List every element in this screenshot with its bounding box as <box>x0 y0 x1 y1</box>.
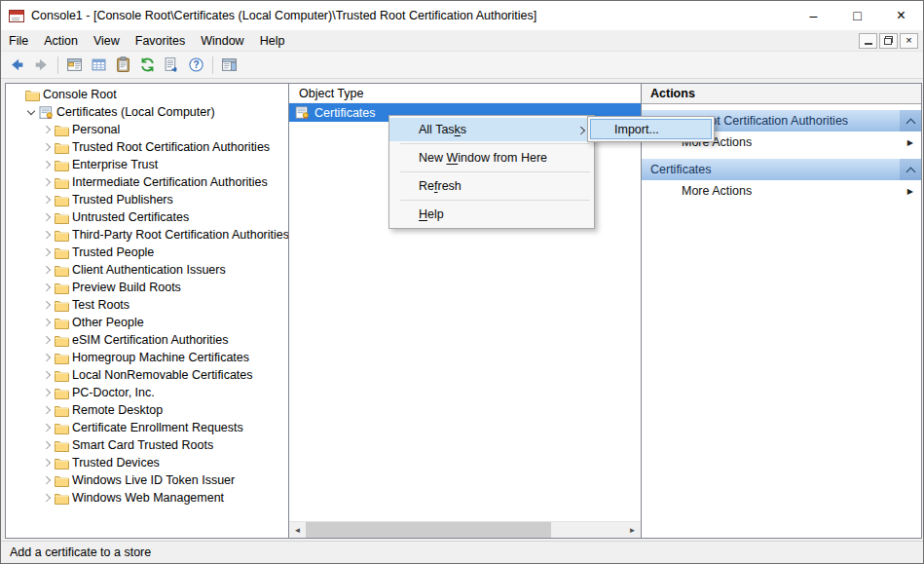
chevron-collapsed-icon[interactable] <box>41 334 54 347</box>
chevron-collapsed-icon[interactable] <box>41 124 54 136</box>
tree-item-third-party-root-certification-authorities[interactable]: Third-Party Root Certification Authoriti… <box>6 226 288 244</box>
menu-favorites[interactable]: Favorites <box>128 30 193 51</box>
list-view-icon <box>91 56 107 73</box>
mdi-minimize-button[interactable] <box>859 33 877 49</box>
chevron-collapsed-icon[interactable] <box>41 246 54 259</box>
chevron-collapsed-icon[interactable] <box>41 299 54 312</box>
tree-item-intermediate-certification-authorities[interactable]: Intermediate Certification Authorities <box>6 173 288 191</box>
status-text: Add a certificate to a store <box>10 545 151 559</box>
collapse-section-button[interactable] <box>900 110 921 132</box>
back-button[interactable] <box>5 54 29 77</box>
tree-item-trusted-publishers[interactable]: Trusted Publishers <box>6 191 288 208</box>
tree-item-label: Test Roots <box>72 298 129 312</box>
chevron-collapsed-icon[interactable] <box>41 194 54 207</box>
tree-item-trusted-devices[interactable]: Trusted Devices <box>6 454 288 471</box>
folder-icon <box>55 317 69 329</box>
folder-icon <box>55 387 69 399</box>
scrollbar-thumb[interactable] <box>306 522 551 538</box>
tree-item-personal[interactable]: Personal <box>6 121 288 138</box>
forward-icon <box>33 56 50 73</box>
menu-view[interactable]: View <box>86 30 128 51</box>
more-actions-arrow-icon: ▶ <box>907 187 913 196</box>
folder-icon <box>55 352 69 364</box>
tree-item-windows-live-id-token-issuer[interactable]: Windows Live ID Token Issuer <box>6 471 288 489</box>
context-menu-item-refresh[interactable]: Refresh <box>389 174 594 198</box>
maximize-button[interactable]: □ <box>835 1 879 30</box>
mdi-window-controls: × <box>859 30 923 51</box>
more-actions-item[interactable]: More Actions▶ <box>642 180 921 202</box>
tree-item-enterprise-trust[interactable]: Enterprise Trust <box>6 156 288 173</box>
tree-item-smart-card-trusted-roots[interactable]: Smart Card Trusted Roots <box>6 436 288 454</box>
menu-action[interactable]: Action <box>36 30 86 51</box>
chevron-collapsed-icon[interactable] <box>41 404 54 417</box>
list-view-button[interactable] <box>87 54 111 77</box>
collapse-section-button[interactable] <box>900 159 921 180</box>
show-hide-console-tree-button[interactable] <box>62 54 87 77</box>
close-button[interactable]: × <box>879 1 923 30</box>
help-icon: ? <box>188 56 204 73</box>
context-menu-item-all-tasks[interactable]: All Tasks <box>389 118 594 141</box>
mdi-restore-button[interactable] <box>879 33 898 49</box>
menu-window[interactable]: Window <box>193 30 251 51</box>
menu-help[interactable]: Help <box>252 30 293 51</box>
tree-item-label: Console Root <box>43 88 117 101</box>
tree-item-console-root[interactable]: Console Root <box>6 86 288 103</box>
export-list-button[interactable] <box>160 54 184 77</box>
chevron-collapsed-icon[interactable] <box>41 457 54 470</box>
chevron-collapsed-icon[interactable] <box>41 369 54 382</box>
tree-item-untrusted-certificates[interactable]: Untrusted Certificates <box>6 208 288 226</box>
mdi-close-button[interactable]: × <box>900 33 918 49</box>
submenu-item-import[interactable]: Import... <box>590 119 712 139</box>
paste-button[interactable] <box>111 54 135 77</box>
tree-item-trusted-root-certification-authorities[interactable]: Trusted Root Certification Authorities <box>6 138 288 156</box>
tree-item-certificate-enrollment-requests[interactable]: Certificate Enrollment Requests <box>6 419 288 436</box>
context-menu-item-new-window-from-here[interactable]: New Window from Here <box>389 146 594 169</box>
chevron-collapsed-icon[interactable] <box>41 159 54 171</box>
chevron-collapsed-icon[interactable] <box>41 352 54 364</box>
horizontal-scrollbar[interactable]: ◄ ► <box>289 521 641 538</box>
scroll-right-button[interactable]: ► <box>624 522 641 538</box>
tree-item-label: PC-Doctor, Inc. <box>72 386 155 399</box>
tree-item-remote-desktop[interactable]: Remote Desktop <box>6 401 288 419</box>
chevron-up-icon <box>906 167 915 176</box>
menu-file[interactable]: File <box>1 30 36 51</box>
tree-item-pc-doctor-inc[interactable]: PC-Doctor, Inc. <box>6 384 288 401</box>
forward-button[interactable] <box>29 54 54 77</box>
chevron-collapsed-icon[interactable] <box>41 264 54 277</box>
list-item-label: Certificates <box>314 106 376 120</box>
minimize-button[interactable]: – <box>792 1 835 30</box>
chevron-collapsed-icon[interactable] <box>41 387 54 399</box>
tree-item-certificates-local-computer[interactable]: Certificates (Local Computer) <box>6 103 288 121</box>
tree-item-label: Certificate Enrollment Requests <box>72 421 243 434</box>
tree-item-test-roots[interactable]: Test Roots <box>6 296 288 314</box>
help-button[interactable]: ? <box>184 54 208 77</box>
tree-item-preview-build-roots[interactable]: Preview Build Roots <box>6 279 288 296</box>
tree-item-client-authentication-issuers[interactable]: Client Authentication Issuers <box>6 261 288 279</box>
chevron-collapsed-icon[interactable] <box>41 317 54 329</box>
chevron-collapsed-icon[interactable] <box>41 422 54 434</box>
tree-item-other-people[interactable]: Other People <box>6 314 288 331</box>
chevron-collapsed-icon[interactable] <box>41 474 54 487</box>
paste-icon <box>115 56 131 73</box>
tree-item-trusted-people[interactable]: Trusted People <box>6 244 288 261</box>
scrollbar-track[interactable] <box>306 522 624 538</box>
refresh-button[interactable] <box>135 54 160 77</box>
tree-item-local-nonremovable-certificates[interactable]: Local NonRemovable Certificates <box>6 366 288 384</box>
chevron-collapsed-icon[interactable] <box>41 229 54 242</box>
tree-item-windows-web-management[interactable]: Windows Web Management <box>6 489 288 507</box>
action-section-header-certificates[interactable]: Certificates <box>642 159 921 180</box>
show-hide-action-pane-button[interactable] <box>217 54 241 77</box>
chevron-collapsed-icon[interactable] <box>41 492 54 505</box>
chevron-collapsed-icon[interactable] <box>41 211 54 224</box>
scroll-left-button[interactable]: ◄ <box>289 522 306 538</box>
folder-icon <box>55 369 69 382</box>
context-menu-item-help[interactable]: Help <box>389 203 594 226</box>
object-type-column-header[interactable]: Object Type <box>289 84 641 103</box>
tree-item-esim-certification-authorities[interactable]: eSIM Certification Authorities <box>6 331 288 349</box>
chevron-collapsed-icon[interactable] <box>41 439 54 452</box>
chevron-expanded-icon[interactable] <box>25 106 38 119</box>
chevron-collapsed-icon[interactable] <box>41 141 54 154</box>
chevron-collapsed-icon[interactable] <box>41 282 54 294</box>
chevron-collapsed-icon[interactable] <box>41 176 54 189</box>
tree-item-homegroup-machine-certificates[interactable]: Homegroup Machine Certificates <box>6 349 288 366</box>
